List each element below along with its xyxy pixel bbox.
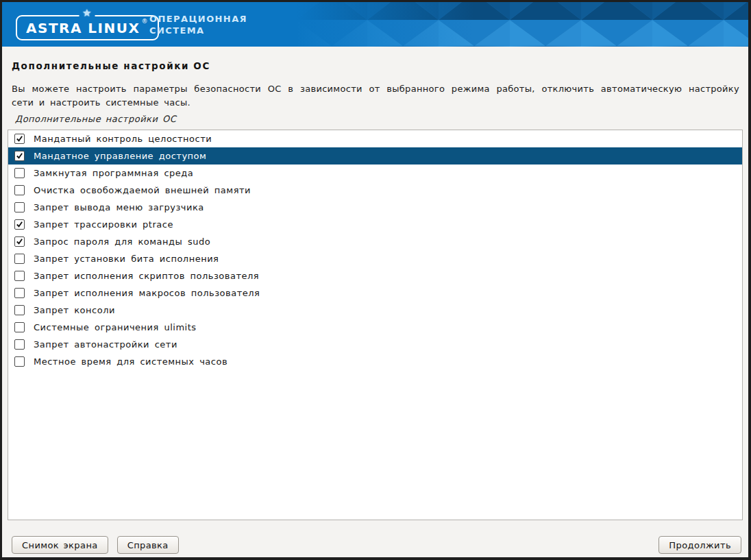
checkmark-icon: [16, 221, 23, 228]
page-description: Вы можете настроить параметры безопаснос…: [12, 82, 739, 110]
checkbox[interactable]: [14, 305, 25, 315]
option-row[interactable]: Очистка освобождаемой внешней памяти: [8, 182, 742, 199]
brand-line1: ОПЕРАЦИОННАЯ: [149, 13, 247, 25]
star-icon: ★: [79, 8, 95, 19]
checkbox[interactable]: [14, 356, 25, 367]
brand-line2: СИСТЕМА: [149, 25, 247, 36]
checkmark-icon: [16, 135, 23, 143]
option-row[interactable]: Запрет консоли: [8, 302, 742, 319]
option-row[interactable]: Запрет вывода меню загрузчика: [8, 199, 742, 216]
checkbox[interactable]: [14, 134, 25, 144]
option-label: Запрет автонастройки сети: [34, 339, 177, 350]
header-triangles-decoration: [296, 2, 748, 47]
checkbox[interactable]: [14, 202, 25, 212]
option-label: Запрет консоли: [34, 305, 115, 315]
option-label: Мандатное управление доступом: [34, 151, 206, 161]
checkbox[interactable]: [14, 219, 25, 230]
checkbox[interactable]: [14, 236, 25, 247]
header: ★ ASTRA LINUX ® ОПЕРАЦИОННАЯ СИСТЕМА: [2, 2, 748, 47]
checkbox[interactable]: [14, 339, 25, 350]
option-row[interactable]: Запрет трассировки ptrace: [8, 216, 742, 233]
option-row[interactable]: Запрет автонастройки сети: [8, 336, 742, 353]
installer-window: ★ ASTRA LINUX ® ОПЕРАЦИОННАЯ СИСТЕМА Доп…: [2, 2, 748, 557]
option-label: Мандатный контроль целостности: [34, 134, 212, 144]
brand-caption: ОПЕРАЦИОННАЯ СИСТЕМА: [149, 13, 247, 36]
option-label: Запрет трассировки ptrace: [34, 219, 173, 230]
checkbox[interactable]: [14, 151, 25, 161]
option-label: Системные ограничения ulimits: [34, 322, 197, 332]
option-label: Запрет установки бита исполнения: [34, 254, 219, 264]
main-content: Дополнительные настройки ОС Вы можете на…: [2, 60, 748, 520]
option-label: Запрет исполнения скриптов пользователя: [34, 271, 259, 281]
registered-mark: ®: [141, 16, 149, 26]
checkbox[interactable]: [14, 185, 25, 195]
option-label: Очистка освобождаемой внешней памяти: [34, 185, 251, 195]
option-label: Запрос пароля для команды sudo: [34, 236, 210, 247]
checkbox[interactable]: [14, 288, 25, 298]
help-button[interactable]: Справка: [117, 536, 179, 554]
option-row[interactable]: Запрет установки бита исполнения: [8, 250, 742, 267]
page-title: Дополнительные настройки ОС: [12, 60, 739, 71]
checkbox[interactable]: [14, 168, 25, 178]
option-row[interactable]: Мандатный контроль целостности: [8, 130, 742, 147]
footer-toolbar: Снимок экрана Справка Продолжить: [12, 536, 741, 554]
option-row[interactable]: Мандатное управление доступом: [8, 147, 742, 165]
list-caption: Дополнительные настройки ОС: [15, 114, 739, 124]
option-row[interactable]: Запрос пароля для команды sudo: [8, 233, 742, 250]
checkbox[interactable]: [14, 322, 25, 332]
options-list[interactable]: Мандатный контроль целостности Мандатное…: [8, 130, 743, 520]
continue-button[interactable]: Продолжить: [658, 536, 741, 554]
option-row[interactable]: Запрет исполнения макросов пользователя: [8, 284, 742, 302]
option-row[interactable]: Системные ограничения ulimits: [8, 319, 742, 336]
option-label: Местное время для системных часов: [34, 356, 227, 367]
astra-linux-logo: ★ ASTRA LINUX ®: [16, 15, 159, 40]
option-label: Запрет вывода меню загрузчика: [34, 202, 204, 212]
option-label: Замкнутая программная среда: [34, 168, 193, 178]
option-row[interactable]: Запрет исполнения скриптов пользователя: [8, 267, 742, 284]
checkbox[interactable]: [14, 254, 25, 264]
checkbox[interactable]: [14, 271, 25, 281]
screenshot-button[interactable]: Снимок экрана: [12, 536, 108, 554]
logo-text: ASTRA LINUX: [26, 20, 140, 36]
option-label: Запрет исполнения макросов пользователя: [34, 288, 260, 298]
option-row[interactable]: Местное время для системных часов: [8, 353, 742, 370]
option-row[interactable]: Замкнутая программная среда: [8, 165, 742, 182]
checkmark-icon: [16, 152, 23, 160]
checkmark-icon: [16, 238, 23, 245]
